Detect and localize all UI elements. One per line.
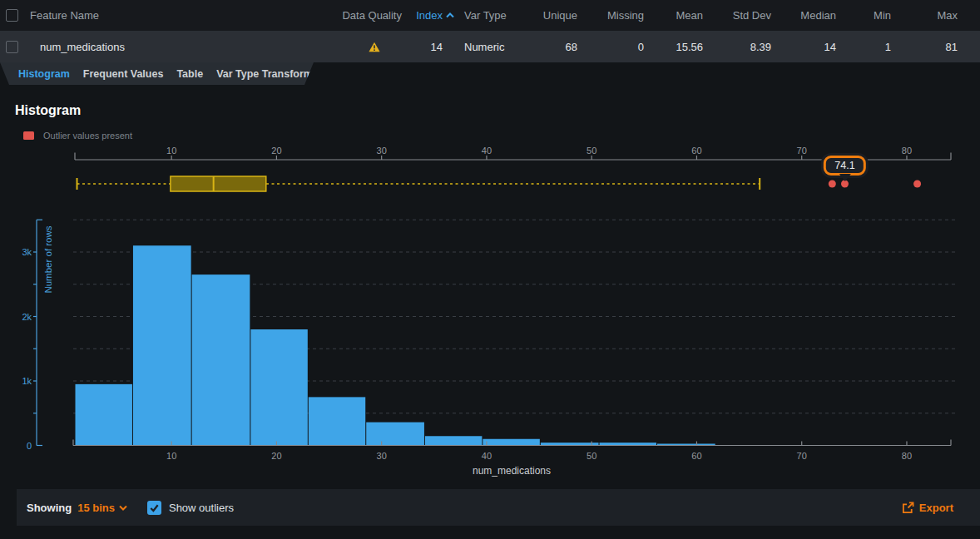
header-right-pad [958, 0, 980, 31]
y-axis-tick-label: 2k [22, 312, 32, 322]
histogram-bar[interactable] [250, 329, 307, 446]
column-header-index-label: Index [416, 9, 443, 22]
column-header-missing[interactable]: Missing [577, 0, 644, 31]
show-outliers-label: Show outliers [169, 502, 234, 514]
column-header-median[interactable]: Median [771, 0, 836, 31]
export-button[interactable]: Export [902, 502, 953, 514]
feature-table-header: Feature Name Data Quality Index Var Type… [0, 0, 980, 31]
select-all-cell [0, 0, 30, 31]
outlier-legend-swatch [23, 131, 34, 140]
row-select-cell [0, 31, 30, 62]
export-icon [902, 502, 914, 514]
row-checkbox[interactable] [6, 41, 18, 53]
histogram-bar[interactable] [76, 384, 132, 446]
histogram-bar[interactable] [425, 436, 482, 445]
max-value: 81 [891, 31, 958, 62]
bins-selector[interactable]: 15 bins [77, 502, 127, 514]
min-value: 1 [836, 31, 891, 62]
std-dev-value: 8.39 [703, 31, 771, 62]
boxplot-axis-tick-label: 40 [482, 146, 492, 156]
bins-selector-label: 15 bins [77, 502, 115, 514]
x-axis-title: num_medications [473, 465, 551, 477]
x-axis-tick-label: 50 [587, 451, 596, 461]
histogram-bar[interactable] [483, 439, 539, 446]
column-header-index[interactable]: Index [402, 0, 454, 31]
column-header-min[interactable]: Min [836, 0, 891, 31]
boxplot-box[interactable] [171, 176, 266, 191]
x-axis-tick-label: 10 [166, 451, 176, 461]
boxplot-axis-tick-label: 30 [377, 146, 387, 156]
histogram-chart: 102030405060708001k2k3kNumber of rows102… [0, 141, 980, 487]
outlier-tooltip: 74.1 [824, 156, 865, 176]
unique-value: 68 [521, 31, 577, 62]
index-value: 14 [402, 31, 454, 62]
sort-ascending-icon [446, 12, 454, 18]
boxplot-axis-tick-label: 70 [797, 146, 807, 156]
boxplot-axis-tick-label: 80 [902, 146, 912, 156]
column-header-var-type[interactable]: Var Type [454, 0, 521, 31]
outlier-tooltip-value: 74.1 [834, 160, 854, 171]
showing-label: Showing [27, 502, 72, 514]
tab-strip: Histogram Frequent Values Table Var Type… [0, 62, 314, 85]
column-header-data-quality[interactable]: Data Quality [322, 0, 402, 31]
outlier-dot[interactable] [829, 180, 836, 188]
tab-table[interactable]: Table [176, 68, 203, 80]
feature-row[interactable]: num_medications 14 Numeric 68 0 15.56 8.… [0, 31, 980, 62]
x-axis-tick-label: 30 [377, 451, 387, 461]
tab-var-type-transform[interactable]: Var Type Transform [216, 68, 313, 80]
outlier-legend: Outlier values present [23, 131, 132, 141]
mean-value: 15.56 [644, 31, 703, 62]
tab-histogram[interactable]: Histogram [18, 68, 70, 80]
data-quality-cell [322, 31, 402, 62]
column-header-feature-name[interactable]: Feature Name [30, 0, 322, 31]
column-header-std-dev[interactable]: Std Dev [703, 0, 771, 31]
select-all-checkbox[interactable] [6, 9, 18, 22]
outlier-legend-label: Outlier values present [43, 131, 132, 141]
chevron-down-icon [119, 505, 127, 511]
boxplot-axis-tick-label: 50 [587, 146, 596, 156]
histogram-bar[interactable] [192, 274, 250, 445]
tooltip-pointer [839, 174, 850, 187]
column-header-unique[interactable]: Unique [521, 0, 577, 31]
x-axis-tick-label: 20 [271, 451, 281, 461]
row-right-pad [958, 31, 980, 62]
chart-footer-bar: Showing 15 bins Show outliers Export [17, 489, 980, 526]
section-title: Histogram [15, 103, 81, 118]
boxplot-axis-tick-label: 10 [166, 146, 176, 156]
missing-value: 0 [577, 31, 644, 62]
histogram-bar[interactable] [133, 245, 191, 445]
app-root: Feature Name Data Quality Index Var Type… [0, 0, 980, 539]
feature-name-value: num_medications [30, 31, 322, 62]
boxplot-axis-tick-label: 20 [271, 146, 281, 156]
y-axis-tick-label: 3k [22, 247, 32, 257]
export-button-label: Export [919, 502, 953, 514]
x-axis-tick-label: 80 [902, 451, 912, 461]
y-axis-tick-label: 0 [27, 441, 32, 451]
y-axis-tick-label: 1k [22, 376, 32, 386]
histogram-bar[interactable] [366, 423, 424, 446]
outlier-dot[interactable] [913, 180, 921, 188]
show-outliers-checkbox[interactable] [147, 501, 161, 515]
x-axis-tick-label: 60 [691, 451, 701, 461]
histogram-bar[interactable] [309, 397, 365, 445]
tab-frequent-values[interactable]: Frequent Values [83, 68, 164, 80]
checkmark-icon [149, 502, 160, 513]
median-value: 14 [771, 31, 836, 62]
warning-icon[interactable] [369, 42, 380, 52]
x-axis-tick-label: 70 [797, 451, 807, 461]
x-axis-tick-label: 40 [482, 451, 492, 461]
column-header-max[interactable]: Max [891, 0, 958, 31]
var-type-value: Numeric [454, 31, 521, 62]
y-axis-title: Number of rows [43, 225, 53, 293]
boxplot-axis-tick-label: 60 [691, 146, 701, 156]
column-header-mean[interactable]: Mean [644, 0, 703, 31]
